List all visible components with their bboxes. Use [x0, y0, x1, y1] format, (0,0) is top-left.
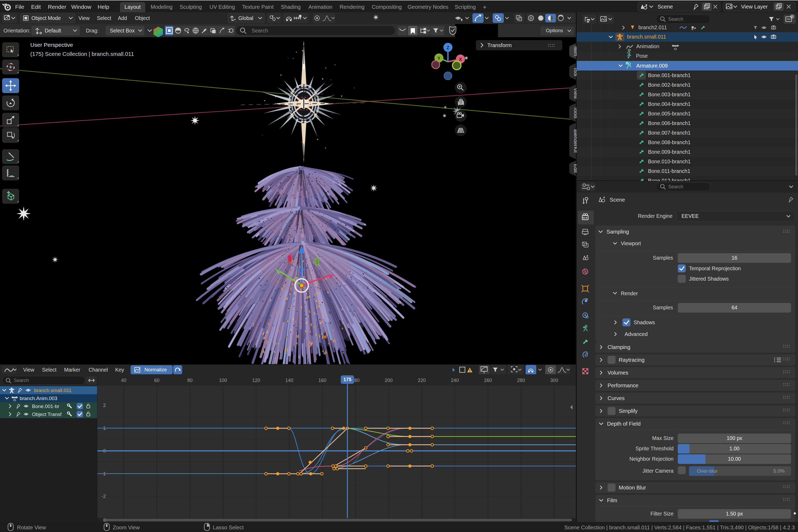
- svg-text:Motion Blur: Motion Blur: [619, 484, 646, 491]
- svg-text:280: 280: [517, 378, 525, 383]
- svg-text:Search: Search: [668, 17, 683, 22]
- svg-text:Bone.006-branch1: Bone.006-branch1: [648, 120, 690, 126]
- svg-text:Rotate View: Rotate View: [17, 525, 46, 530]
- svg-text:Simplify: Simplify: [619, 408, 638, 414]
- svg-text:Modeling: Modeling: [151, 4, 172, 10]
- svg-text:Texture Paint: Texture Paint: [242, 4, 274, 10]
- svg-text:Scene: Scene: [658, 4, 673, 10]
- svg-text:Samples: Samples: [653, 255, 673, 261]
- svg-text:UV Editing: UV Editing: [210, 4, 235, 10]
- svg-text:Render Engine: Render Engine: [638, 213, 672, 219]
- svg-text:1.00: 1.00: [729, 445, 740, 451]
- svg-text:branch.small.011: branch.small.011: [34, 387, 72, 393]
- svg-text:Select: Select: [42, 367, 57, 373]
- svg-text:branch.Anim.003: branch.Anim.003: [20, 396, 57, 401]
- svg-text:Add: Add: [118, 15, 127, 21]
- svg-text:Default: Default: [45, 28, 61, 34]
- svg-text:Bone.001-br: Bone.001-br: [32, 403, 59, 409]
- svg-text:Neighbor Rejection: Neighbor Rejection: [629, 456, 673, 462]
- svg-text:EEVEE: EEVEE: [682, 213, 699, 219]
- svg-text:220: 220: [418, 378, 426, 383]
- svg-text:Jitter Camera: Jitter Camera: [642, 468, 673, 474]
- svg-text:Sprite Threshold: Sprite Threshold: [635, 445, 673, 451]
- svg-text:Global: Global: [238, 15, 253, 21]
- svg-text:Scene Collection | branch.smal: Scene Collection | branch.small.011 | Ve…: [564, 525, 795, 530]
- svg-text:Lasso Select: Lasso Select: [213, 525, 244, 530]
- svg-text:Orientation:: Orientation:: [3, 28, 30, 34]
- svg-text:Animation: Animation: [308, 4, 332, 10]
- svg-text:Transform: Transform: [487, 42, 512, 48]
- svg-text:File: File: [15, 4, 24, 10]
- svg-text:Drag:: Drag:: [86, 28, 99, 34]
- svg-text:Filter Size: Filter Size: [650, 511, 673, 517]
- svg-text:175: 175: [343, 377, 352, 382]
- svg-text:!: !: [469, 369, 471, 373]
- svg-text:80: 80: [187, 378, 193, 383]
- svg-text:Render: Render: [48, 4, 66, 10]
- svg-text:branch.small.011: branch.small.011: [627, 34, 666, 40]
- svg-text:Bone.004-branch1: Bone.004-branch1: [648, 101, 690, 107]
- svg-text:X: X: [459, 57, 462, 62]
- svg-text:Volumes: Volumes: [608, 370, 628, 376]
- svg-text:Search: Search: [14, 378, 29, 383]
- svg-text:Layout: Layout: [125, 4, 141, 10]
- svg-text:Object: Object: [135, 15, 150, 21]
- svg-text:View Layer: View Layer: [741, 4, 768, 10]
- svg-text:-2: -2: [101, 493, 106, 499]
- svg-text:Scene: Scene: [610, 197, 625, 203]
- svg-text:Bone.005-branch1: Bone.005-branch1: [648, 111, 690, 116]
- svg-text:240: 240: [451, 378, 459, 383]
- svg-text:Armature.009: Armature.009: [636, 63, 668, 69]
- svg-text:5.0%: 5.0%: [773, 468, 785, 474]
- svg-text:100: 100: [219, 378, 227, 383]
- svg-text:Select Box: Select Box: [110, 28, 135, 34]
- svg-text:Z: Z: [446, 45, 450, 50]
- svg-text:300: 300: [550, 378, 558, 383]
- svg-text:Over-blur: Over-blur: [697, 468, 718, 474]
- svg-text:Depth of Field: Depth of Field: [607, 421, 641, 427]
- svg-text:Sampling: Sampling: [607, 229, 629, 234]
- svg-text:Bone.007-branch1: Bone.007-branch1: [648, 130, 690, 136]
- svg-text:60: 60: [154, 378, 159, 383]
- svg-text:2: 2: [103, 402, 106, 408]
- svg-text:Geometry Nodes: Geometry Nodes: [407, 4, 448, 10]
- svg-text:Object Mode: Object Mode: [32, 15, 61, 21]
- svg-text:Compositing: Compositing: [372, 4, 402, 10]
- svg-text:Select: Select: [97, 15, 111, 21]
- svg-text:200: 200: [385, 378, 393, 383]
- svg-text:Clamping: Clamping: [608, 344, 630, 350]
- svg-text:16: 16: [732, 255, 737, 261]
- svg-text:Bone.001-branch1: Bone.001-branch1: [648, 72, 690, 78]
- svg-text:Max Size: Max Size: [652, 435, 673, 441]
- svg-text:120: 120: [252, 378, 260, 383]
- svg-text:Animation: Animation: [636, 43, 660, 49]
- svg-text:Bone.009-branch1: Bone.009-branch1: [648, 149, 690, 155]
- svg-text:100 px: 100 px: [727, 435, 742, 441]
- svg-text:40: 40: [121, 378, 126, 383]
- svg-text:Window: Window: [71, 4, 92, 10]
- svg-text:Bone.002-branch1: Bone.002-branch1: [648, 82, 690, 88]
- svg-text:User Perspective: User Perspective: [30, 42, 73, 48]
- svg-text:Rendering: Rendering: [340, 4, 365, 10]
- svg-text:Search: Search: [668, 184, 683, 189]
- svg-text:Marker: Marker: [64, 367, 80, 373]
- svg-text:Search: Search: [252, 28, 268, 34]
- svg-text:Shading: Shading: [281, 4, 301, 10]
- svg-text:Render: Render: [621, 290, 638, 296]
- svg-text:Edit: Edit: [31, 4, 41, 10]
- svg-text:Normalize: Normalize: [145, 367, 167, 373]
- svg-text:Zoom View: Zoom View: [113, 525, 140, 530]
- svg-text:Object Transf: Object Transf: [32, 412, 62, 417]
- svg-text:View: View: [23, 367, 35, 373]
- svg-text:branch2.011: branch2.011: [639, 24, 667, 30]
- svg-text:Y: Y: [437, 56, 440, 61]
- svg-text:(175) Scene Collection | branc: (175) Scene Collection | branch.small.01…: [30, 51, 134, 57]
- svg-text:10.00: 10.00: [728, 456, 741, 462]
- svg-text:Bone.010-branch1: Bone.010-branch1: [648, 158, 690, 165]
- svg-text:Bone.003-branch1: Bone.003-branch1: [648, 92, 690, 97]
- svg-text:View: View: [78, 15, 90, 21]
- svg-text:Samples: Samples: [653, 305, 673, 310]
- svg-text:Bone.008-branch1: Bone.008-branch1: [648, 139, 690, 145]
- svg-text:Temporal Reprojection: Temporal Reprojection: [689, 265, 741, 271]
- svg-text:Curves: Curves: [608, 395, 625, 401]
